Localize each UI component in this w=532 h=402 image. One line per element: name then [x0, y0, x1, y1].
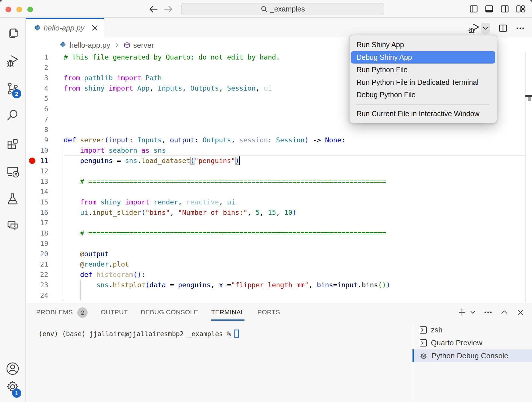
sidebar-item-testing[interactable] — [0, 190, 25, 207]
code-token: , — [256, 84, 264, 92]
code-token: @ — [80, 250, 84, 258]
code-token: plot — [113, 260, 129, 268]
menu-item[interactable]: Debug Python File — [351, 89, 495, 101]
code-line[interactable]: def server(input: Inputs, output: Output… — [64, 135, 390, 145]
code-line[interactable]: penguins = sns.load_dataset("penguins") — [64, 156, 390, 166]
code-token: = — [170, 281, 174, 289]
menu-item[interactable]: Debug Shiny App — [351, 51, 495, 64]
code-line[interactable]: # This file generated by Quarto; do not … — [64, 52, 390, 62]
close-panel-button[interactable] — [516, 308, 525, 316]
code-line[interactable]: import seaborn as sns — [64, 145, 390, 156]
code-line[interactable] — [64, 93, 390, 104]
panel-tab-problems[interactable]: PROBLEMS2 — [36, 303, 88, 321]
line-number: 18 — [26, 228, 48, 238]
code-line[interactable] — [64, 62, 390, 73]
run-dropdown-button[interactable] — [481, 23, 490, 34]
code-line[interactable]: # ======================================… — [64, 176, 390, 187]
toggle-primary-sidebar-icon[interactable] — [469, 5, 478, 13]
code-line[interactable]: from shiny import render, reactive, ui — [64, 197, 390, 207]
settings-button[interactable]: 1 — [0, 378, 25, 395]
split-editor-button[interactable] — [499, 24, 507, 32]
tab-close-icon[interactable] — [91, 24, 99, 32]
menu-item[interactable]: Run Shiny App — [351, 39, 495, 51]
maximize-panel-button[interactable] — [500, 308, 508, 316]
menu-item[interactable]: Run Python File in Dedicated Terminal — [351, 76, 495, 89]
account-button[interactable] — [0, 360, 25, 377]
code-token: = — [333, 281, 337, 289]
sidebar-item-remote-explorer[interactable] — [0, 163, 25, 180]
breakpoint-dot[interactable] — [29, 158, 35, 164]
code-token — [80, 84, 84, 92]
terminal-launch-dropdown-button[interactable] — [470, 309, 476, 315]
traffic-light-close[interactable] — [5, 7, 11, 12]
line-number: 8 — [26, 125, 48, 135]
code-line[interactable] — [64, 104, 390, 114]
sidebar-item-explorer[interactable] — [0, 25, 25, 42]
terminal-output[interactable]: (env) (base) jjallaire@jjallairesmbp2 _e… — [38, 329, 239, 339]
code-token — [113, 74, 117, 82]
menu-item[interactable]: Run Current File in Interactive Window — [351, 108, 495, 120]
run-or-debug-button[interactable] — [467, 22, 480, 35]
code-token — [64, 229, 80, 237]
line-number: 24 — [26, 290, 48, 300]
line-number: 2 — [26, 62, 48, 73]
code-line[interactable] — [64, 166, 390, 176]
terminal-list-label: Python Debug Console — [431, 351, 508, 360]
code-token: ( — [141, 208, 145, 217]
sidebar-item-source-control[interactable]: 2 — [0, 80, 25, 97]
editor-more-actions-button[interactable] — [516, 24, 525, 32]
code-line[interactable]: from pathlib import Path — [64, 73, 390, 83]
code-line[interactable] — [64, 218, 390, 228]
toggle-secondary-sidebar-icon[interactable] — [500, 5, 509, 13]
code-token: , — [211, 281, 215, 289]
code-line[interactable]: from shiny import App, Inputs, Outputs, … — [64, 83, 390, 93]
code-token — [141, 74, 145, 82]
code-line[interactable]: ui.input_slider("bins", "Number of bins:… — [64, 207, 390, 218]
sidebar-item-run-debug[interactable] — [0, 52, 25, 69]
code-token: ( — [133, 271, 137, 279]
panel-tab-output[interactable]: OUTPUT — [101, 303, 128, 321]
command-center-search[interactable]: _examples — [181, 3, 384, 15]
back-arrow-icon[interactable] — [149, 5, 158, 14]
terminal-list-item-quarto-preview[interactable]: Quarto Preview — [413, 336, 532, 349]
code-line[interactable] — [64, 238, 390, 249]
terminal-list-item-python-debug-console[interactable]: Python Debug Console — [413, 349, 532, 362]
code-token: input — [337, 281, 358, 289]
code-line[interactable]: sns.histplot(data = penguins, x ="flippe… — [64, 280, 390, 290]
menu-item[interactable]: Run Python File — [351, 64, 495, 76]
code-line[interactable]: @render.plot — [64, 259, 390, 269]
panel-tab-terminal[interactable]: TERMINAL — [211, 303, 244, 321]
terminal-icon — [419, 339, 427, 347]
code-token: # ======================================… — [80, 177, 386, 185]
sidebar-item-search[interactable] — [0, 107, 25, 124]
code-line[interactable]: def histogram(): — [64, 269, 390, 280]
code-token: pathlib — [84, 74, 113, 82]
code-line[interactable]: # ======================================… — [64, 228, 390, 238]
sidebar-item-extensions[interactable] — [0, 135, 25, 153]
breadcrumb-file[interactable]: hello-app.py — [70, 41, 110, 50]
forward-arrow-icon[interactable] — [163, 5, 173, 14]
tab-hello-app[interactable]: hello-app.py — [26, 18, 104, 38]
code-token: data — [149, 281, 166, 289]
new-terminal-button[interactable] — [457, 308, 467, 317]
customize-layout-icon[interactable] — [516, 5, 525, 13]
panel-more-actions-button[interactable] — [484, 308, 492, 317]
panel-tab-ports[interactable]: PORTS — [257, 303, 280, 321]
code-token: ui — [264, 84, 272, 92]
breadcrumb-symbol[interactable]: server — [133, 41, 154, 50]
traffic-light-minimize[interactable] — [16, 7, 22, 12]
traffic-light-zoom[interactable] — [27, 7, 33, 12]
code-line[interactable] — [64, 125, 390, 135]
breadcrumb-python-icon — [60, 42, 66, 48]
panel-tab-debug-console[interactable]: DEBUG CONSOLE — [141, 303, 198, 321]
code-line[interactable] — [64, 187, 390, 197]
code-line[interactable] — [64, 290, 390, 300]
code-token — [113, 157, 117, 165]
sidebar-item-comments[interactable] — [0, 217, 25, 234]
code-token: import — [80, 146, 105, 154]
terminal-list-item-zsh[interactable]: zsh — [413, 323, 532, 336]
scrollbar-thumb[interactable] — [528, 97, 531, 101]
code-line[interactable] — [64, 114, 390, 125]
code-line[interactable]: @output — [64, 249, 390, 259]
toggle-panel-icon[interactable] — [485, 5, 494, 13]
